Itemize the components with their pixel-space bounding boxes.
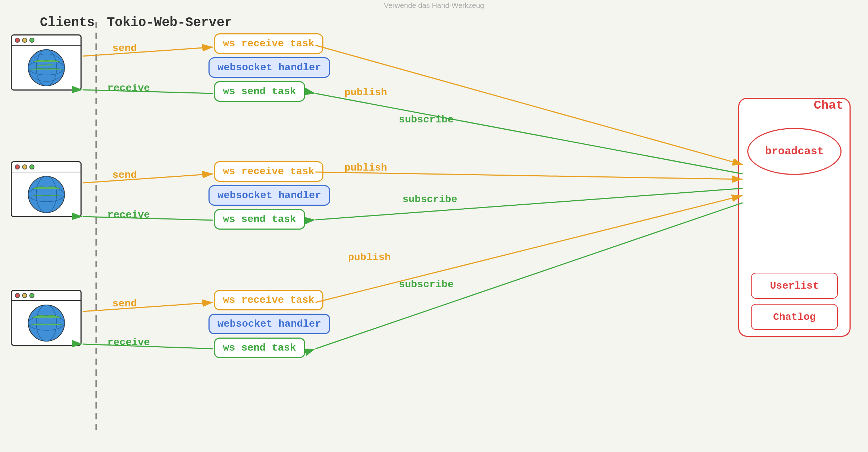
publish-label-bot: publish [348, 252, 391, 263]
svg-line-22 [83, 302, 213, 311]
svg-line-17 [315, 93, 743, 174]
publish-label-mid: publish [344, 162, 387, 173]
send-label-top: send [112, 43, 137, 54]
send-label-bot: send [112, 298, 137, 309]
subscribe-label-bot: subscribe [399, 279, 454, 290]
svg-line-24 [315, 196, 743, 302]
receive-label-mid: receive [107, 209, 150, 221]
subscribe-label-mid: subscribe [402, 194, 457, 205]
svg-line-18 [83, 174, 213, 183]
svg-line-25 [315, 203, 743, 349]
receive-label-top: receive [107, 83, 150, 94]
publish-label-top: publish [344, 87, 387, 98]
subscribe-label-top: subscribe [399, 114, 454, 125]
send-label-mid: send [112, 170, 137, 181]
diagram: Verwende das Hand-Werkzeug Clients Tokio… [0, 0, 868, 452]
svg-line-21 [315, 188, 743, 220]
receive-label-bot: receive [107, 337, 150, 348]
arrows-svg [0, 0, 868, 452]
svg-line-14 [83, 47, 213, 56]
